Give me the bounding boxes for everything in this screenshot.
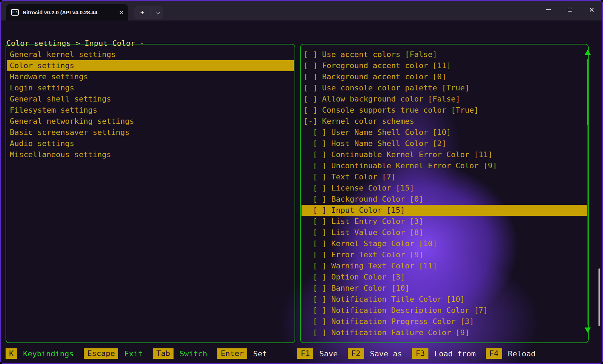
section-item[interactable]: General shell settings bbox=[7, 94, 294, 105]
chevron-down-icon bbox=[155, 10, 160, 14]
tree-item[interactable]: [ ] Console supports true color [True] bbox=[302, 105, 587, 116]
key-action-label: Set bbox=[253, 349, 267, 358]
tree-item[interactable]: [ ] Foreground accent color [11] bbox=[302, 60, 587, 71]
settings-options-panel: [ ] Use accent colors [False][ ] Foregro… bbox=[300, 44, 589, 343]
tree-item[interactable]: [-] Kernel color schemes bbox=[302, 116, 587, 127]
key-badge[interactable]: F3 bbox=[412, 348, 428, 359]
tree-item[interactable]: [ ] User Name Shell Color [10] bbox=[302, 127, 587, 138]
tree-item[interactable]: [ ] Continuable Kernel Error Color [11] bbox=[302, 149, 587, 160]
scroll-up-icon[interactable] bbox=[585, 50, 591, 55]
key-badge[interactable]: F4 bbox=[486, 348, 502, 359]
key-action-label: Save bbox=[319, 349, 338, 358]
key-badge[interactable]: K bbox=[6, 348, 17, 359]
tree-item[interactable]: [ ] Banner Color [10] bbox=[302, 283, 587, 294]
minimize-button[interactable] bbox=[538, 1, 559, 19]
key-badge[interactable]: F1 bbox=[297, 348, 314, 359]
keybinding-group: TabSwitch bbox=[153, 348, 207, 359]
keybindings-statusbar: KKeybindingsEscapeExitTabSwitchEnterSetF… bbox=[6, 348, 546, 359]
tree-item[interactable]: [ ] Text Color [7] bbox=[302, 171, 587, 183]
tree-item[interactable]: [ ] Uncontinuable Kernel Error Color [9] bbox=[302, 160, 587, 171]
tab-close-icon[interactable] bbox=[119, 10, 124, 15]
section-item[interactable]: Hardware settings bbox=[7, 71, 294, 82]
tree-item[interactable]: [ ] List Value Color [8] bbox=[302, 227, 587, 238]
tree-scrollbar-thumb[interactable] bbox=[587, 59, 588, 125]
tree-item[interactable]: [ ] Use accent colors [False] bbox=[302, 49, 587, 60]
section-item[interactable]: Basic screensaver settings bbox=[7, 127, 294, 138]
tree-item[interactable]: [ ] Error Text Color [9] bbox=[302, 249, 587, 260]
section-item[interactable]: Filesystem settings bbox=[7, 105, 294, 116]
terminal-tab[interactable]: C:\ Nitrocid v0.2.0 (API v4.0.28.44 bbox=[6, 4, 128, 21]
settings-sections-list: General kernel settingsColor settingsHar… bbox=[7, 49, 294, 160]
settings-sections-panel: General kernel settingsColor settingsHar… bbox=[6, 44, 295, 343]
tree-item[interactable]: [ ] Use console color palette [True] bbox=[302, 82, 587, 94]
tree-item[interactable]: [ ] Notification Progress Color [3] bbox=[302, 316, 587, 327]
tree-item[interactable]: [ ] List Entry Color [3] bbox=[302, 216, 587, 227]
maximize-button[interactable] bbox=[559, 1, 581, 19]
key-action-label: Exit bbox=[124, 349, 143, 358]
tree-item[interactable]: [ ] Allow background color [False] bbox=[302, 94, 587, 105]
terminal-scrollbar-thumb[interactable] bbox=[598, 268, 600, 326]
settings-options-tree: [ ] Use accent colors [False][ ] Foregro… bbox=[302, 49, 587, 338]
keybinding-group: EscapeExit bbox=[84, 348, 143, 359]
tree-item[interactable]: [ ] Background Color [0] bbox=[302, 194, 587, 205]
maximize-icon bbox=[568, 8, 572, 12]
key-action-label: Switch bbox=[179, 349, 207, 358]
tree-item[interactable]: [ ] Input Color [15] bbox=[302, 205, 587, 216]
titlebar[interactable]: C:\ Nitrocid v0.2.0 (API v4.0.28.44 + bbox=[1, 1, 602, 21]
tree-item[interactable]: [ ] Notification Title Color [10] bbox=[302, 294, 587, 305]
terminal-content: Color settings > Input Color - General k… bbox=[1, 21, 602, 363]
terminal-window: C:\ Nitrocid v0.2.0 (API v4.0.28.44 + Co… bbox=[0, 0, 603, 364]
key-badge[interactable]: Tab bbox=[153, 348, 174, 359]
scroll-down-icon[interactable] bbox=[585, 327, 591, 333]
tree-item[interactable]: [ ] License Color [15] bbox=[302, 183, 587, 194]
keybinding-group: KKeybindings bbox=[6, 348, 74, 359]
tab-dropdown-button[interactable] bbox=[151, 11, 163, 14]
tree-item[interactable]: [ ] Notification Description Color [7] bbox=[302, 305, 587, 316]
keybinding-group: F1Save bbox=[297, 348, 338, 359]
key-badge[interactable]: F2 bbox=[348, 348, 364, 359]
tree-item[interactable]: [ ] Warning Text Color [11] bbox=[302, 260, 587, 272]
key-action-label: Keybindings bbox=[23, 349, 74, 358]
key-action-label: Load from bbox=[434, 349, 476, 358]
section-item[interactable]: Audio settings bbox=[7, 138, 294, 149]
key-badge[interactable]: Enter bbox=[217, 348, 247, 359]
keybinding-group: EnterSet bbox=[217, 348, 267, 359]
section-item[interactable]: Login settings bbox=[7, 82, 294, 94]
tree-item[interactable]: [ ] Background accent color [0] bbox=[302, 71, 587, 82]
keybinding-group: F2Save as bbox=[348, 348, 402, 359]
section-item[interactable]: Miscellaneous settings bbox=[7, 149, 294, 160]
window-controls bbox=[538, 1, 602, 21]
tree-item[interactable]: [ ] Option Color [3] bbox=[302, 272, 587, 283]
key-badge[interactable]: Escape bbox=[84, 348, 118, 359]
close-icon bbox=[589, 7, 594, 13]
key-action-label: Save as bbox=[370, 349, 402, 358]
cmd-prompt-icon: C:\ bbox=[11, 9, 19, 16]
tab-title: Nitrocid v0.2.0 (API v4.0.28.44 bbox=[23, 9, 115, 15]
minimize-icon bbox=[546, 9, 551, 10]
section-item[interactable]: Color settings bbox=[7, 60, 294, 71]
section-item[interactable]: General networking settings bbox=[7, 116, 294, 127]
tree-item[interactable]: [ ] Notification Failure Color [9] bbox=[302, 327, 587, 338]
close-button[interactable] bbox=[581, 1, 602, 19]
new-tab-button[interactable]: + bbox=[134, 8, 151, 17]
tree-item[interactable]: [ ] Kernel Stage Color [10] bbox=[302, 238, 587, 249]
key-action-label: Reload bbox=[508, 349, 536, 358]
keybinding-group: F3Load from bbox=[412, 348, 476, 359]
tree-item[interactable]: [ ] Host Name Shell Color [2] bbox=[302, 138, 587, 149]
section-item[interactable]: General kernel settings bbox=[7, 49, 294, 60]
keybinding-group: F4Reload bbox=[486, 348, 536, 359]
tab-actions: + bbox=[134, 6, 163, 19]
